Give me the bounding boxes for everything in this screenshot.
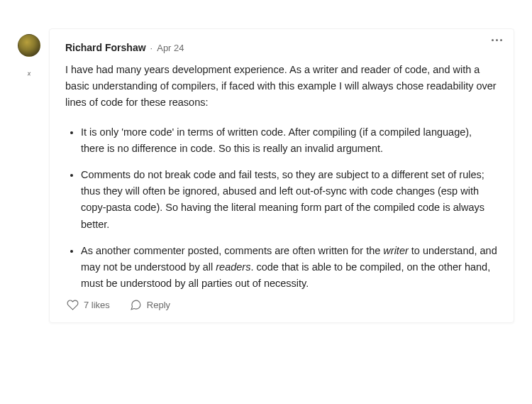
comment-card: Richard Forshaw · Apr 24 I have had many… [49,28,514,323]
comment-left-rail: ⌄ ⌄ [18,28,40,78]
heart-icon [67,299,79,311]
reply-icon [130,299,142,311]
reply-label: Reply [147,300,170,310]
separator-dot: · [150,43,153,53]
comment-list: It is only 'more code' in terms of writt… [65,124,498,293]
collapse-thread-icon[interactable]: ⌄ ⌄ [26,70,32,78]
comment-header: Richard Forshaw · Apr 24 [65,42,498,53]
likes-count-label: 7 likes [84,300,110,310]
list-item: It is only 'more code' in terms of writt… [81,124,498,157]
list-item: As another commenter posted, comments ar… [81,243,498,293]
comment-date: Apr 24 [157,43,184,53]
avatar[interactable] [18,34,40,57]
reply-button[interactable]: Reply [130,299,170,311]
like-button[interactable]: 7 likes [67,299,110,311]
comment-actions: 7 likes Reply [67,299,498,311]
comment-intro: I have had many years development experi… [65,62,498,111]
author-name[interactable]: Richard Forshaw [65,42,146,53]
more-options-icon[interactable] [492,39,502,41]
comment-body: I have had many years development experi… [65,62,498,292]
comment-block: ⌄ ⌄ Richard Forshaw · Apr 24 I have had … [18,28,514,323]
list-item: Comments do not break code and fail test… [81,167,498,233]
